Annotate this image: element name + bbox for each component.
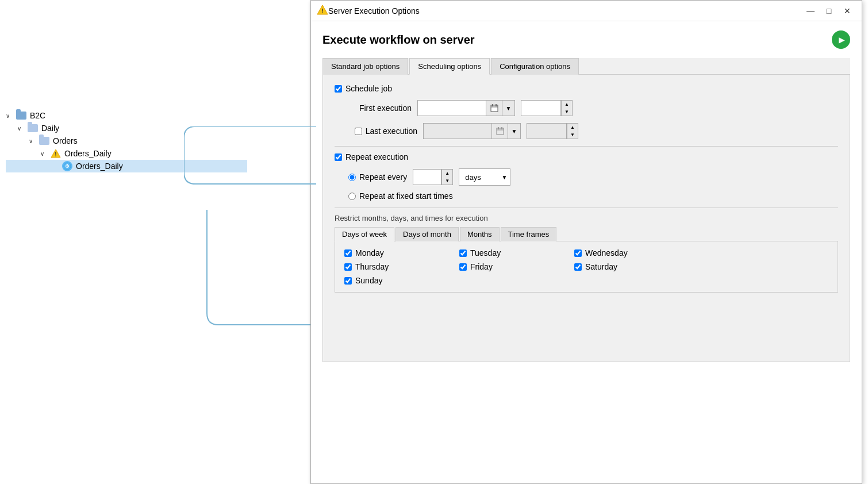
last-date-drop-button[interactable]: ▼ [508, 123, 521, 139]
tree-arrow-daily: ∨ [17, 125, 26, 132]
repeat-value-input[interactable]: 1 [413, 169, 441, 185]
saturday-checkbox-label[interactable]: Saturday [574, 262, 678, 271]
last-time-up[interactable]: ▲ [567, 124, 578, 131]
divider-2 [335, 208, 838, 208]
tree-arrow-orders: ∨ [29, 138, 38, 144]
first-date-group: 19.10.2020 ▼ [417, 100, 515, 116]
friday-checkbox[interactable] [459, 263, 467, 271]
tab-configuration[interactable]: Configuration options [491, 58, 579, 75]
repeat-fixed-label: Repeat at fixed start times [359, 191, 453, 201]
scheduling-tab-content: Schedule job First execution 19.10.2020 [322, 75, 850, 362]
svg-text:!: ! [321, 7, 324, 14]
first-time-up[interactable]: ▲ [562, 101, 572, 108]
tree-label-b2c: B2C [30, 111, 45, 120]
tree-arrow-b2c: ∨ [6, 113, 15, 119]
sub-tab-days-of-week[interactable]: Days of week [335, 227, 394, 241]
run-button[interactable] [832, 30, 850, 49]
folder-icon-daily [26, 123, 39, 133]
last-time-down[interactable]: ▼ [567, 131, 578, 139]
saturday-checkbox[interactable] [574, 263, 582, 271]
tuesday-checkbox-label[interactable]: Tuesday [459, 248, 563, 258]
tree-item-orders-daily[interactable]: ∨ Orders_Daily [6, 160, 247, 172]
svg-rect-8 [491, 105, 498, 112]
tree-item-orders[interactable]: ∨ Orders [6, 135, 247, 147]
thursday-checkbox[interactable] [344, 263, 352, 271]
tab-scheduling[interactable]: Scheduling options [409, 58, 490, 75]
friday-checkbox-label[interactable]: Friday [459, 262, 563, 271]
tree-panel: ∨ B2C ∨ Daily ∨ Orders ∨ [0, 0, 253, 484]
dialog-title-text: Server Execution Options [328, 6, 801, 16]
last-execution-checkbox-label[interactable]: Last execution [348, 126, 423, 136]
thursday-label: Thursday [355, 262, 389, 271]
tree-label-orders-daily-parent: Orders_Daily [64, 149, 112, 158]
last-date-group: 14.12.2020 ▼ [423, 123, 521, 139]
thursday-checkbox-label[interactable]: Thursday [344, 262, 448, 271]
repeat-execution-checkbox[interactable] [335, 153, 342, 161]
repeat-value-up[interactable]: ▲ [442, 170, 452, 177]
first-time-input[interactable]: 09:00 [521, 100, 561, 116]
monday-checkbox[interactable] [344, 249, 352, 257]
maximize-button[interactable]: □ [820, 4, 838, 18]
last-execution-row: Last execution 14.12.2020 ▼ [335, 123, 838, 139]
sunday-label: Sunday [355, 276, 382, 285]
repeat-every-radio[interactable] [348, 174, 356, 181]
dialog-titlebar: ! Server Execution Options — □ ✕ [311, 1, 862, 21]
tree-item-daily[interactable]: ∨ Daily [6, 122, 247, 135]
monday-checkbox-label[interactable]: Monday [344, 248, 448, 258]
repeat-execution-label: Repeat execution [345, 152, 408, 162]
first-time-group: 09:00 ▲ ▼ [521, 100, 573, 116]
last-date-input[interactable]: 14.12.2020 [423, 123, 492, 139]
last-execution-label: Last execution [366, 126, 417, 136]
last-execution-checkbox[interactable] [355, 128, 362, 135]
repeat-number-spinner: 1 ▲ ▼ [413, 169, 453, 185]
restrict-label: Restrict months, days, and times for exe… [335, 214, 838, 222]
tree-label-orders: Orders [53, 136, 78, 145]
tuesday-checkbox[interactable] [459, 249, 467, 257]
sub-tab-days-of-month[interactable]: Days of month [395, 227, 459, 241]
repeat-execution-checkbox-label[interactable]: Repeat execution [335, 152, 408, 162]
repeat-fixed-radio-label[interactable]: Repeat at fixed start times [348, 191, 453, 201]
sub-tab-months[interactable]: Months [460, 227, 500, 241]
schedule-job-checkbox-label[interactable]: Schedule job [335, 84, 392, 93]
close-button[interactable]: ✕ [839, 4, 856, 18]
repeat-fixed-radio[interactable] [348, 193, 356, 200]
schedule-job-checkbox[interactable] [335, 85, 342, 93]
tree-item-orders-daily-parent[interactable]: ∨ ! Orders_Daily [6, 147, 247, 160]
first-date-input[interactable]: 19.10.2020 [417, 100, 486, 116]
dialog-heading: Execute workflow on server [322, 30, 850, 49]
folder-icon-orders [38, 136, 51, 146]
sub-tab-time-frames[interactable]: Time frames [501, 227, 557, 241]
folder-icon-b2c [15, 110, 28, 121]
svg-text:!: ! [55, 151, 56, 158]
last-date-cal-button[interactable] [492, 123, 508, 139]
repeat-unit-select[interactable]: days hours minutes weeks months [459, 168, 510, 186]
wednesday-label: Wednesday [585, 248, 628, 258]
wednesday-checkbox-label[interactable]: Wednesday [574, 248, 678, 258]
repeat-every-radio-label[interactable]: Repeat every [348, 172, 407, 182]
sunday-checkbox-label[interactable]: Sunday [344, 276, 448, 285]
wednesday-checkbox[interactable] [574, 249, 582, 257]
tuesday-label: Tuesday [470, 248, 501, 258]
repeat-value-spinner-btns: ▲ ▼ [441, 169, 453, 185]
first-time-down[interactable]: ▼ [562, 108, 572, 116]
dialog-body: Execute workflow on server Standard job … [311, 21, 862, 371]
repeat-value-down[interactable]: ▼ [442, 177, 452, 185]
last-time-input[interactable]: 14:59 [527, 123, 567, 139]
heading-text: Execute workflow on server [322, 33, 475, 47]
schedule-job-row: Schedule job [335, 84, 838, 93]
tree-item-b2c[interactable]: ∨ B2C [6, 109, 247, 122]
first-date-drop-button[interactable]: ▼ [502, 100, 515, 116]
schedule-icon-orders-daily [61, 161, 74, 171]
minimize-button[interactable]: — [802, 4, 819, 18]
repeat-execution-row: Repeat execution [335, 152, 838, 162]
svg-rect-12 [497, 128, 504, 135]
dialog: ! Server Execution Options — □ ✕ Execute… [310, 0, 862, 484]
tab-standard-job[interactable]: Standard job options [322, 58, 408, 75]
sunday-checkbox[interactable] [344, 277, 352, 285]
last-time-spinner: ▲ ▼ [567, 123, 578, 139]
sub-tab-bar: Days of week Days of month Months Time f… [335, 227, 838, 241]
first-time-spinner: ▲ ▼ [561, 100, 573, 116]
first-execution-label: First execution [348, 103, 417, 113]
days-grid: Monday Tuesday Wednesday [344, 248, 828, 285]
first-date-cal-button[interactable] [486, 100, 502, 116]
